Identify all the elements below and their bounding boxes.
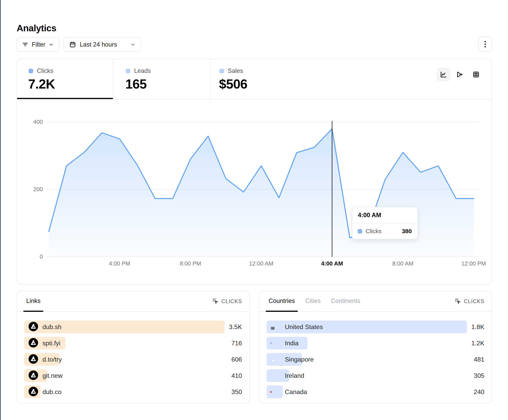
link-row-value: 3.5K	[229, 323, 242, 331]
table-view-button[interactable]	[469, 68, 483, 81]
country-row[interactable]: Canada240	[267, 385, 484, 398]
y-axis-tick: 0	[26, 253, 43, 260]
line-chart-view-button[interactable]	[437, 68, 450, 81]
country-row-label: Ireland	[285, 372, 304, 379]
country-row-value: 1.8K	[471, 323, 484, 331]
country-row[interactable]: Ireland305	[267, 369, 484, 382]
y-axis-tick: 200	[26, 186, 43, 193]
links-metric-label: CLICKS	[221, 298, 242, 304]
dub-link-avatar-icon	[29, 338, 38, 348]
sales-legend-square-icon	[220, 69, 224, 73]
clicks-tab-value: 7.2K	[28, 76, 55, 92]
tab-continents[interactable]: Continents	[328, 291, 363, 312]
leads-tab-value: 165	[125, 76, 147, 92]
links-panel-header: Links CLICKS	[17, 291, 249, 312]
tooltip-legend-square-icon	[358, 229, 362, 233]
country-row-value: 305	[474, 372, 484, 379]
countries-metric-label: CLICKS	[464, 298, 484, 304]
dub-link-avatar-icon	[29, 387, 38, 397]
funnel-icon	[456, 71, 463, 78]
countries-panel: Countries Cities Continents CLICKS Unite…	[259, 291, 492, 403]
left-accent-border	[0, 0, 1, 420]
tab-clicks[interactable]: Clicks 7.2K	[17, 59, 113, 99]
link-row-value: 606	[232, 356, 242, 363]
more-options-button[interactable]	[478, 36, 492, 52]
tooltip-time: 4:00 AM	[352, 207, 417, 224]
x-axis-tick: 12:00 AM	[241, 260, 281, 267]
sales-tab-value: $506	[219, 76, 247, 92]
countries-metric[interactable]: CLICKS	[455, 291, 484, 311]
kebab-menu-icon	[481, 39, 489, 49]
x-axis-tick: 12:00 PM	[454, 260, 493, 267]
tooltip-value: 380	[402, 228, 412, 235]
link-row-value: 350	[232, 388, 242, 396]
links-tab-label: Links	[26, 297, 40, 304]
chevron-down-icon	[49, 42, 54, 47]
country-row-value: 1.2K	[471, 340, 484, 347]
value-bar	[267, 385, 283, 398]
x-axis-tick: 4:00 PM	[100, 260, 139, 267]
country-row-label: Canada	[285, 388, 307, 396]
table-grid-icon	[472, 71, 480, 78]
filter-button-label: Filter	[32, 41, 45, 48]
country-row-label: Singapore	[285, 356, 314, 363]
link-row-label: spti.fyi	[42, 340, 60, 347]
dub-link-avatar-icon	[29, 322, 38, 332]
link-row-label: git.new	[42, 372, 62, 379]
link-row[interactable]: dub.sh3.5K	[24, 320, 242, 333]
clicks-tab-label: Clicks	[37, 67, 53, 74]
date-range-label: Last 24 hours	[80, 41, 117, 48]
chart-tooltip: 4:00 AM Clicks 380	[352, 207, 418, 239]
x-axis-tick: 8:00 PM	[171, 260, 210, 267]
calendar-icon	[69, 41, 76, 48]
link-row[interactable]: d.to/try606	[24, 353, 242, 366]
country-row-label: United States	[285, 323, 323, 331]
country-row-label: India	[285, 340, 299, 347]
link-row-value: 410	[232, 372, 242, 379]
tab-links[interactable]: Links	[23, 291, 43, 312]
date-range-button[interactable]: Last 24 hours	[63, 37, 141, 52]
country-row[interactable]: India1.2K	[267, 337, 484, 349]
active-tab-underline	[17, 98, 113, 99]
filter-icon	[22, 41, 29, 48]
line-chart-icon	[440, 71, 447, 78]
leads-tab-label: Leads	[134, 67, 151, 74]
funnel-view-button[interactable]	[453, 68, 467, 81]
links-metric[interactable]: CLICKS	[212, 291, 242, 311]
dub-link-avatar-icon	[29, 354, 38, 364]
x-axis-tick: 8:00 AM	[383, 260, 423, 267]
cursor-click-icon	[212, 298, 219, 305]
countries-panel-header: Countries Cities Continents CLICKS	[260, 291, 492, 312]
link-row-label: dub.sh	[42, 323, 61, 331]
leads-legend-square-icon	[126, 69, 130, 73]
link-row-value: 716	[232, 340, 242, 347]
x-axis-tick: 4:00 AM	[312, 260, 352, 267]
chevron-down-icon	[130, 42, 136, 47]
link-row[interactable]: dub.co350	[24, 385, 242, 398]
tab-sales[interactable]: Sales $506	[211, 59, 330, 99]
link-row-label: d.to/try	[42, 356, 62, 363]
tab-cities[interactable]: Cities	[302, 291, 323, 312]
sales-tab-label: Sales	[228, 67, 243, 74]
tooltip-series-label: Clicks	[366, 228, 398, 235]
cursor-click-icon	[455, 298, 461, 305]
analytics-chart-card: 4002000 4:00 PM8:00 PM12:00 AM4:00 AM8:0…	[17, 59, 492, 284]
y-axis-tick: 400	[26, 119, 43, 125]
country-row[interactable]: United States1.8K	[267, 320, 484, 333]
country-row[interactable]: Singapore481	[267, 353, 484, 366]
tab-leads[interactable]: Leads 165	[113, 59, 210, 99]
filter-button[interactable]: Filter	[17, 37, 59, 52]
country-row-value: 240	[474, 388, 484, 396]
dub-link-avatar-icon	[29, 370, 38, 381]
link-row[interactable]: spti.fyi716	[24, 337, 242, 349]
clicks-legend-square-icon	[29, 69, 33, 73]
stats-tabs-row: Clicks 7.2K Leads 165 Sales $506	[17, 59, 492, 100]
page-title: Analytics	[17, 23, 56, 34]
link-row-label: dub.co	[42, 388, 61, 396]
link-row[interactable]: git.new410	[24, 369, 242, 382]
country-row-value: 481	[474, 356, 484, 363]
tab-countries[interactable]: Countries	[266, 291, 298, 312]
links-panel: Links CLICKS dub.sh3.5Kspti.fyi716d.to/t…	[17, 291, 250, 403]
